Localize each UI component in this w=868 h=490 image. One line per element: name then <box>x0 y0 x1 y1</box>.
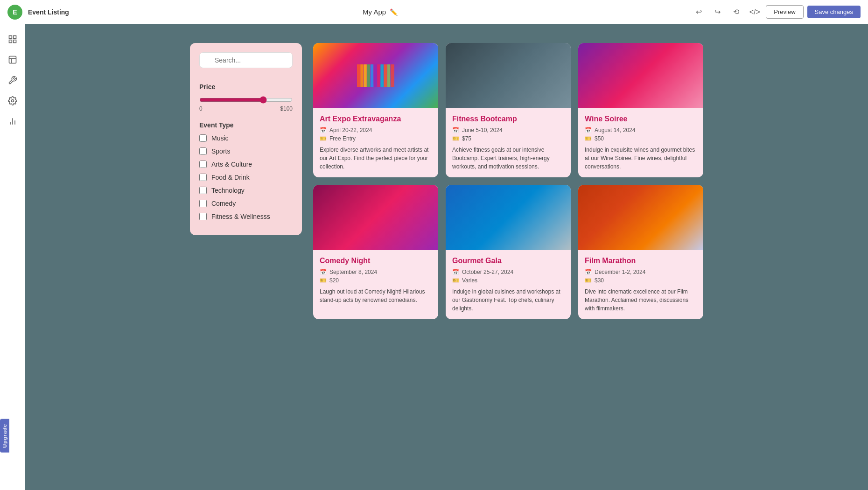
ticket-icon: 🎫 <box>585 277 592 284</box>
fitness-title: Fitness Bootcamp <box>452 115 564 123</box>
checkbox-sports[interactable]: Sports <box>199 147 293 155</box>
wine-desc: Indulge in exquisite wines and gourmet b… <box>585 146 697 171</box>
svg-rect-15 <box>367 64 370 87</box>
art-expo-price: 🎫 Free Entry <box>320 135 432 142</box>
gourmet-date: 📅 October 25-27, 2024 <box>452 269 564 275</box>
redo-button[interactable]: ↪ <box>710 5 725 20</box>
checkbox-tech[interactable]: Technology <box>199 187 293 194</box>
svg-rect-19 <box>380 64 383 87</box>
event-type-label: Event Type <box>199 121 293 129</box>
preview-button[interactable]: Preview <box>766 5 803 19</box>
app-logo: E <box>7 5 22 20</box>
comedy-title: Comedy Night <box>320 257 432 265</box>
svg-rect-13 <box>360 64 363 87</box>
event-card-art-expo: Art Expo Extravaganza 📅 April 20-22, 202… <box>313 43 438 177</box>
price-min: 0 <box>199 105 203 112</box>
fitness-desc: Achieve fitness goals at our intensive B… <box>452 146 564 171</box>
price-labels: 0 $100 <box>199 105 293 112</box>
ticket-icon: 🎫 <box>452 135 459 142</box>
sidebar-icon-tools[interactable] <box>3 71 22 90</box>
checkbox-sports-input[interactable] <box>199 147 207 155</box>
comedy-image <box>313 185 438 250</box>
sidebar-icon-analytics[interactable] <box>3 112 22 131</box>
art-expo-date: 📅 April 20-22, 2024 <box>320 127 432 133</box>
checkbox-arts-input[interactable] <box>199 161 207 168</box>
sidebar-icon-grid[interactable] <box>3 30 22 49</box>
svg-point-7 <box>11 100 14 102</box>
sidebar-icon-layout[interactable] <box>3 50 22 69</box>
event-type-section: Event Type Music Sports Arts & Culture <box>199 121 293 220</box>
app-name: My App <box>363 8 386 16</box>
svg-rect-12 <box>357 64 360 87</box>
svg-rect-20 <box>384 64 387 87</box>
checkbox-fitness-input[interactable] <box>199 213 207 220</box>
svg-rect-18 <box>377 64 380 87</box>
fitness-body: Fitness Bootcamp 📅 June 5-10, 2024 🎫 $75… <box>446 108 571 177</box>
checkbox-music-input[interactable] <box>199 134 207 142</box>
edit-icon[interactable]: ✏️ <box>390 8 398 16</box>
topbar-center: My App ✏️ <box>75 8 686 16</box>
history-button[interactable]: ⟲ <box>728 5 743 20</box>
checkbox-comedy-input[interactable] <box>199 200 207 207</box>
svg-rect-2 <box>9 40 12 43</box>
gourmet-image <box>446 185 571 250</box>
save-button[interactable]: Save changes <box>807 6 861 18</box>
film-date: 📅 December 1-2, 2024 <box>585 269 697 275</box>
event-card-wine: Wine Soiree 📅 August 14, 2024 🎫 $50 Indu… <box>578 43 703 177</box>
topbar-actions: ↩ ↪ ⟲ </> Preview Save changes <box>691 5 861 20</box>
film-body: Film Marathon 📅 December 1-2, 2024 🎫 $30… <box>578 250 703 319</box>
filter-panel: 🔍 Price 0 $100 Event Type Music <box>190 43 302 235</box>
event-card-comedy: Comedy Night 📅 September 8, 2024 🎫 $20 L… <box>313 185 438 319</box>
price-max: $100 <box>280 105 293 112</box>
comedy-date: 📅 September 8, 2024 <box>320 269 432 275</box>
svg-rect-21 <box>387 64 390 87</box>
checkbox-arts[interactable]: Arts & Culture <box>199 161 293 168</box>
ticket-icon: 🎫 <box>320 135 327 142</box>
film-title: Film Marathon <box>585 257 697 265</box>
fitness-image <box>446 43 571 108</box>
calendar-icon: 📅 <box>320 127 327 133</box>
checkbox-food-input[interactable] <box>199 174 207 181</box>
art-expo-image <box>313 43 438 108</box>
svg-rect-17 <box>374 64 377 87</box>
event-card-film: Film Marathon 📅 December 1-2, 2024 🎫 $30… <box>578 185 703 319</box>
upgrade-badge[interactable]: Upgrade <box>0 419 9 453</box>
checkbox-tech-input[interactable] <box>199 187 207 194</box>
ticket-icon: 🎫 <box>585 135 592 142</box>
art-expo-title: Art Expo Extravaganza <box>320 115 432 123</box>
app-container: 🔍 Price 0 $100 Event Type Music <box>190 43 703 471</box>
wine-price: 🎫 $50 <box>585 135 697 142</box>
ticket-icon: 🎫 <box>452 277 459 284</box>
sidebar-icon-settings[interactable] <box>3 91 22 110</box>
event-card-fitness: Fitness Bootcamp 📅 June 5-10, 2024 🎫 $75… <box>446 43 571 177</box>
price-slider[interactable] <box>199 96 293 104</box>
ticket-icon: 🎫 <box>320 277 327 284</box>
checkbox-food[interactable]: Food & Drink <box>199 174 293 181</box>
checkbox-comedy[interactable]: Comedy <box>199 200 293 207</box>
checkbox-fitness[interactable]: Fitness & Wellnesss <box>199 213 293 220</box>
film-desc: Dive into cinematic excellence at our Fi… <box>585 287 697 313</box>
undo-button[interactable]: ↩ <box>691 5 706 20</box>
fitness-price: 🎫 $75 <box>452 135 564 142</box>
svg-rect-16 <box>371 64 373 87</box>
wine-title: Wine Soiree <box>585 115 697 123</box>
svg-rect-0 <box>9 36 12 39</box>
code-button[interactable]: </> <box>747 5 762 20</box>
gourmet-desc: Indulge in global cuisines and workshops… <box>452 287 564 313</box>
events-grid: Art Expo Extravaganza 📅 April 20-22, 202… <box>313 43 703 471</box>
gourmet-title: Gourmet Gala <box>452 257 564 265</box>
left-sidebar: Upgrade <box>0 24 25 490</box>
gourmet-price: 🎫 Varies <box>452 277 564 284</box>
search-wrapper: 🔍 <box>199 52 293 76</box>
main-layout: Upgrade 🔍 Price 0 $100 <box>0 24 868 490</box>
page-title: Event Listing <box>28 8 69 16</box>
calendar-icon: 📅 <box>452 127 459 133</box>
fitness-date: 📅 June 5-10, 2024 <box>452 127 564 133</box>
topbar: E Event Listing My App ✏️ ↩ ↪ ⟲ </> Prev… <box>0 0 868 24</box>
search-input[interactable] <box>199 52 293 68</box>
svg-rect-4 <box>9 56 16 63</box>
film-image <box>578 185 703 250</box>
calendar-icon: 📅 <box>585 269 592 275</box>
calendar-icon: 📅 <box>320 269 327 275</box>
checkbox-music[interactable]: Music <box>199 134 293 142</box>
